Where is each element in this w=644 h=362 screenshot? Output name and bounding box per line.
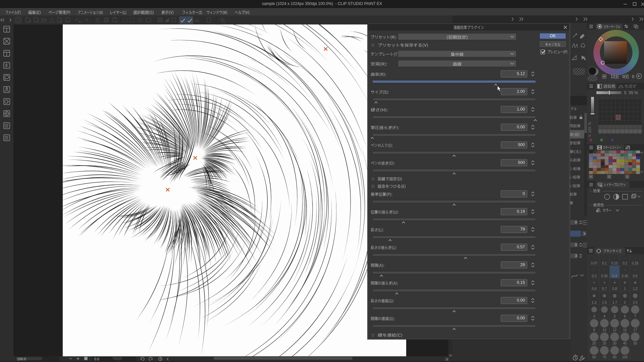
svg-text:80: 80 <box>613 355 617 359</box>
svg-text:17: 17 <box>633 328 637 332</box>
svg-text:0.7: 0.7 <box>602 287 607 291</box>
svg-text:0.07: 0.07 <box>591 261 598 265</box>
svg-text:8: 8 <box>593 328 595 332</box>
svg-text:100: 100 <box>622 355 628 359</box>
svg-text:5: 5 <box>614 314 616 318</box>
svg-text:0.25: 0.25 <box>632 261 639 265</box>
svg-text:0.4: 0.4 <box>612 274 617 278</box>
svg-text:40: 40 <box>623 342 627 345</box>
svg-text:70: 70 <box>602 355 606 359</box>
svg-text:0.5: 0.5 <box>633 274 638 278</box>
svg-text:1.2: 1.2 <box>633 287 638 291</box>
svg-text:0.45: 0.45 <box>622 274 628 278</box>
svg-text:1.3: 1.3 <box>592 301 596 304</box>
svg-text:15: 15 <box>623 328 627 332</box>
svg-text:1: 1 <box>624 287 626 291</box>
svg-text:2: 2 <box>624 301 626 304</box>
svg-text:1.7: 1.7 <box>612 301 617 304</box>
svg-text:20: 20 <box>592 342 596 345</box>
svg-text:0.2: 0.2 <box>623 261 627 265</box>
svg-text:4: 4 <box>603 314 605 318</box>
svg-text:50: 50 <box>633 342 637 345</box>
svg-text:0.35: 0.35 <box>601 274 608 278</box>
svg-text:7: 7 <box>634 314 636 318</box>
svg-text:0.6: 0.6 <box>592 287 596 291</box>
svg-text:0.3: 0.3 <box>592 274 596 278</box>
svg-text:3: 3 <box>593 314 595 318</box>
svg-text:12: 12 <box>613 328 617 332</box>
svg-text:25: 25 <box>602 342 606 345</box>
svg-text:0.1: 0.1 <box>602 261 607 265</box>
svg-text:6: 6 <box>624 314 626 318</box>
svg-text:0.15: 0.15 <box>611 261 618 265</box>
svg-text:0.8: 0.8 <box>612 287 617 291</box>
svg-text:10: 10 <box>602 328 606 332</box>
svg-text:60: 60 <box>592 355 596 359</box>
svg-text:1.5: 1.5 <box>602 301 607 304</box>
svg-text:2.5: 2.5 <box>633 301 638 304</box>
svg-text:30: 30 <box>613 342 617 345</box>
